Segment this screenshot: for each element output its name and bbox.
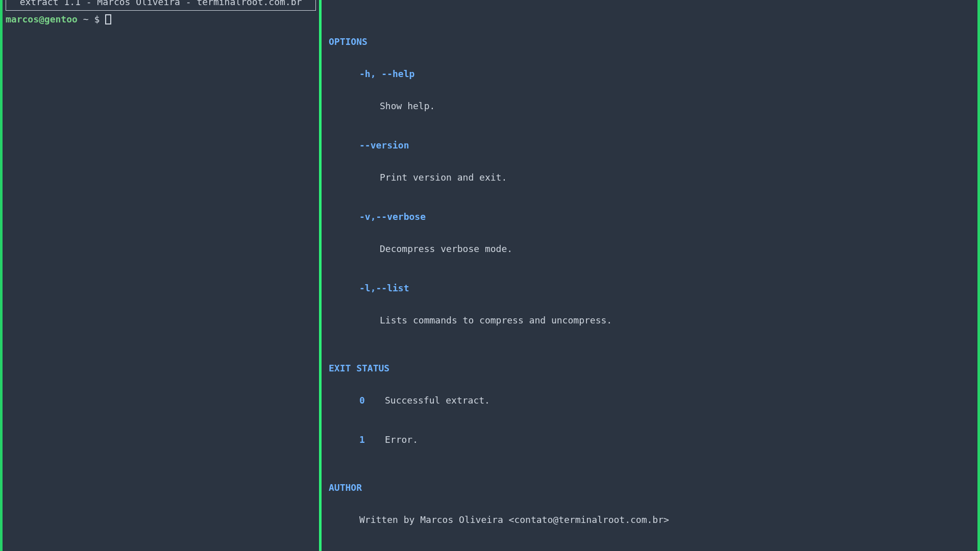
sect-author: AUTHOR (329, 482, 970, 493)
sect-options: OPTIONS (329, 36, 970, 47)
cursor-icon (105, 14, 111, 24)
opt-list-text: Lists commands to compress and uncompres… (329, 315, 970, 325)
opt-version-text: Print version and exit. (329, 172, 970, 183)
terminal-left[interactable]: marcos@gentoo ~ $ extract --list MIME CO… (3, 0, 319, 551)
opt-verbose-text: Decompress verbose mode. (329, 243, 970, 254)
opt-list: -l,--list (329, 283, 970, 293)
exit-0: 0Successful extract. (329, 395, 970, 406)
extract-list-table: MIME COMPRESS UNCOMPRESS tar.bz2 tar cvj… (6, 0, 316, 11)
author-text: Written by Marcos Oliveira <contato@term… (329, 514, 970, 525)
terminal-right-manpage[interactable]: EXTRACT(1) User Commands EXTRACT(1) NAME… (322, 0, 977, 551)
opt-help: -h, --help (329, 68, 970, 79)
opt-help-text: Show help. (329, 101, 970, 111)
opt-verbose: -v,--verbose (329, 211, 970, 222)
sect-exit: EXIT STATUS (329, 363, 970, 373)
list-footer: extract 1.1 - Marcos Oliveira - terminal… (6, 0, 316, 10)
prompt-userhost-2: marcos@gentoo (6, 14, 78, 24)
exit-1: 1Error. (329, 434, 970, 445)
prompt-line-2[interactable]: marcos@gentoo ~ $ (6, 14, 316, 24)
prompt-path-2: ~ $ (78, 14, 105, 24)
opt-version: --version (329, 140, 970, 151)
